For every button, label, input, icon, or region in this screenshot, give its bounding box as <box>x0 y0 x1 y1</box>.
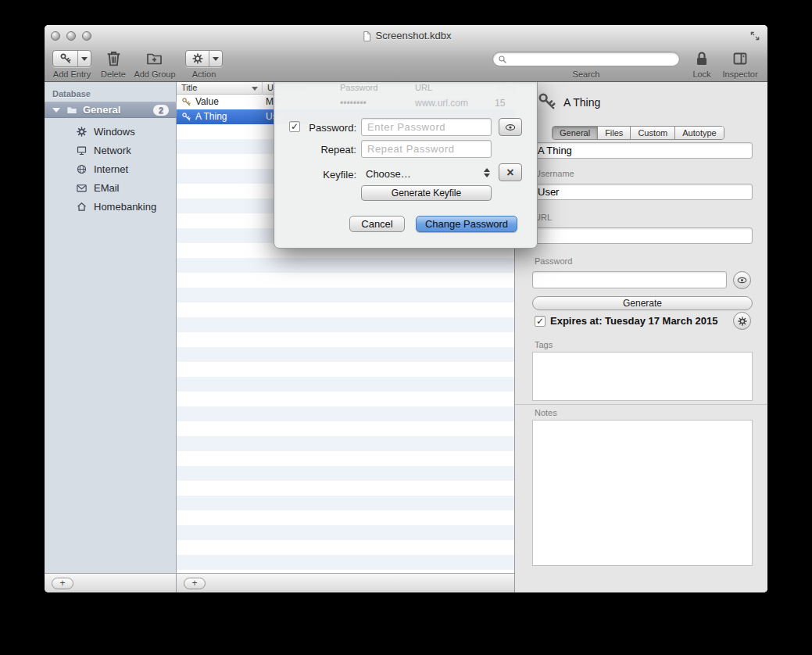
cell-title: Value <box>195 96 261 107</box>
expires-settings-button[interactable] <box>733 312 751 330</box>
sidebar-group-general[interactable]: General 2 <box>45 102 177 118</box>
sort-indicator-icon <box>252 87 258 91</box>
tags-textarea[interactable] <box>532 352 753 401</box>
window-title: Screenshot.kdbx <box>376 30 452 41</box>
document-icon <box>361 30 373 42</box>
generate-password-button[interactable]: Generate <box>532 296 753 310</box>
search-field[interactable] <box>492 52 680 66</box>
clear-keyfile-button[interactable]: × <box>499 163 522 181</box>
section-divider <box>515 404 767 405</box>
folder-icon <box>66 104 78 116</box>
url-field[interactable] <box>532 227 753 244</box>
add-group-button[interactable] <box>145 49 164 68</box>
action-label: Action <box>181 70 227 79</box>
screen-background: Screenshot.kdbx Add Entry Delete Add Gro… <box>0 0 812 655</box>
window-header: Screenshot.kdbx Add Entry Delete Add Gro… <box>45 25 767 82</box>
fullscreen-icon[interactable] <box>749 30 760 41</box>
generate-keyfile-button[interactable]: Generate Keyfile <box>361 185 492 201</box>
column-header-title[interactable]: Title <box>177 82 263 95</box>
sidebar: Database General 2 Windows Network Inter… <box>45 82 177 578</box>
sheet-reveal-password-button[interactable] <box>499 118 522 136</box>
window-title-area: Screenshot.kdbx <box>45 30 767 42</box>
inspector-toggle-button[interactable] <box>731 49 749 68</box>
sidebar-section-header: Database <box>52 89 91 98</box>
search-icon <box>498 55 507 64</box>
inspector-panel-icon <box>731 49 749 68</box>
username-field[interactable] <box>532 184 753 200</box>
house-icon <box>76 201 88 213</box>
tab-general[interactable]: General <box>553 127 598 139</box>
change-password-button[interactable]: Change Password <box>416 216 517 232</box>
tab-custom[interactable]: Custom <box>631 127 675 139</box>
inspector-panel: A Thing General Files Custom Autotype Us… <box>514 82 767 592</box>
tab-files[interactable]: Files <box>598 127 631 139</box>
lock-icon <box>692 49 711 68</box>
notes-label: Notes <box>535 408 557 417</box>
add-entry-button[interactable] <box>52 50 91 67</box>
add-entry-label: Add Entry <box>46 70 98 79</box>
add-group-label: Add Group <box>127 70 182 79</box>
cancel-button[interactable]: Cancel <box>349 216 405 232</box>
list-bottom-bar: + <box>177 573 514 592</box>
sidebar-item-windows[interactable]: Windows <box>45 122 177 141</box>
inspector-entry-title: A Thing <box>563 96 600 109</box>
sheet-password-label: Password: <box>274 122 356 134</box>
cell-title: A Thing <box>195 111 261 122</box>
keyfile-popup[interactable]: Choose… <box>366 168 411 180</box>
username-label: Username <box>535 169 574 178</box>
notes-textarea[interactable] <box>532 420 753 566</box>
reveal-password-button[interactable] <box>733 271 751 289</box>
tab-autotype[interactable]: Autotype <box>675 127 723 139</box>
trash-icon <box>104 48 123 68</box>
entry-title-field[interactable] <box>532 142 753 159</box>
app-window: Screenshot.kdbx Add Entry Delete Add Gro… <box>45 25 767 592</box>
sheet-repeat-label: Repeat: <box>274 144 356 156</box>
display-icon <box>76 145 88 156</box>
sidebar-item-label: Internet <box>94 163 128 175</box>
password-label: Password <box>535 256 572 266</box>
close-icon: × <box>506 166 513 180</box>
ghost-url: www.url.com <box>415 98 468 109</box>
gear-icon <box>76 126 88 138</box>
change-password-sheet: Password URL •••••••• www.url.com 15 ✓ P… <box>274 82 538 249</box>
search-input[interactable] <box>510 54 674 65</box>
sidebar-item-label: Homebanking <box>94 201 156 213</box>
action-button[interactable] <box>185 50 223 67</box>
sidebar-group-label: General <box>83 104 120 116</box>
sidebar-item-homebanking[interactable]: Homebanking <box>45 197 177 216</box>
ghost-modified: 15 <box>495 98 505 109</box>
inspector-tabs: General Files Custom Autotype <box>552 126 724 140</box>
gear-icon <box>191 52 204 65</box>
group-count-badge: 2 <box>153 105 169 116</box>
expires-checkbox[interactable]: ✓ <box>535 316 546 327</box>
sidebar-item-label: Network <box>94 145 131 156</box>
keyfile-stepper-icon[interactable] <box>484 168 490 177</box>
disclosure-triangle-icon[interactable] <box>52 108 60 113</box>
sidebar-bottom-bar: + <box>45 573 177 592</box>
tags-label: Tags <box>535 340 553 349</box>
sidebar-item-label: Windows <box>94 126 135 138</box>
sidebar-item-internet[interactable]: Internet <box>45 159 177 178</box>
chevron-down-icon <box>81 57 88 61</box>
eye-icon <box>736 274 748 286</box>
search-label: Search <box>563 70 610 79</box>
key-icon <box>59 52 72 65</box>
key-icon <box>181 112 191 122</box>
sheet-repeat-input[interactable] <box>361 140 492 158</box>
add-group-plus-button[interactable]: + <box>52 578 73 589</box>
envelope-icon <box>76 182 88 194</box>
globe-icon <box>76 163 88 175</box>
sheet-password-input[interactable] <box>361 118 492 136</box>
sidebar-item-network[interactable]: Network <box>45 141 177 159</box>
ghost-column-password: Password <box>340 83 377 92</box>
lock-button[interactable] <box>692 49 711 68</box>
delete-button[interactable] <box>104 48 123 68</box>
key-icon <box>181 97 191 107</box>
gear-icon <box>737 316 748 327</box>
add-entry-plus-button[interactable]: + <box>184 578 206 589</box>
chevron-down-icon <box>213 57 219 61</box>
password-field[interactable] <box>532 271 727 288</box>
sidebar-item-email[interactable]: EMail <box>45 178 177 197</box>
folder-plus-icon <box>145 49 164 68</box>
expires-label: Expires at: Tuesday 17 March 2015 <box>550 315 717 327</box>
